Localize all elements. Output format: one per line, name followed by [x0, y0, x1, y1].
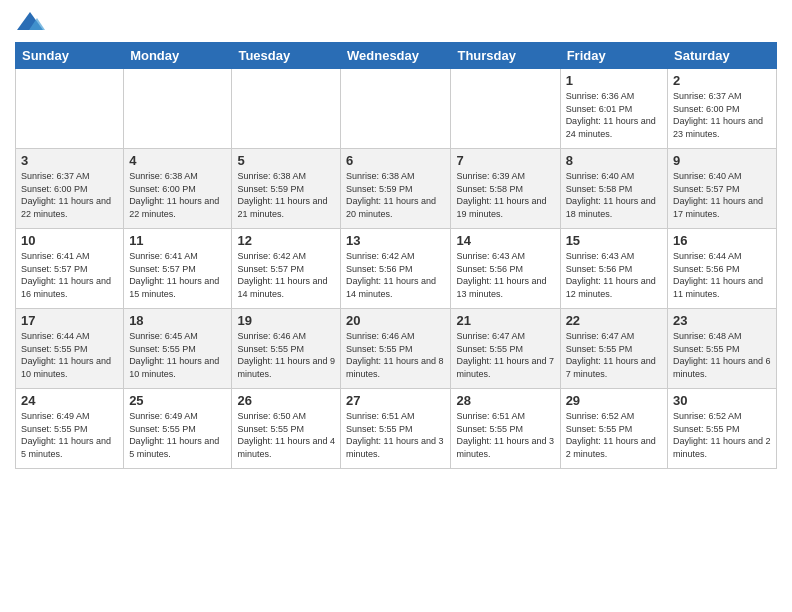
day-info: Sunrise: 6:52 AM Sunset: 5:55 PM Dayligh… — [566, 410, 662, 460]
calendar-cell: 24Sunrise: 6:49 AM Sunset: 5:55 PM Dayli… — [16, 389, 124, 469]
day-number: 20 — [346, 313, 445, 328]
day-number: 14 — [456, 233, 554, 248]
calendar-cell — [341, 69, 451, 149]
day-info: Sunrise: 6:38 AM Sunset: 5:59 PM Dayligh… — [237, 170, 335, 220]
day-info: Sunrise: 6:41 AM Sunset: 5:57 PM Dayligh… — [129, 250, 226, 300]
calendar-cell: 10Sunrise: 6:41 AM Sunset: 5:57 PM Dayli… — [16, 229, 124, 309]
calendar-cell: 21Sunrise: 6:47 AM Sunset: 5:55 PM Dayli… — [451, 309, 560, 389]
calendar-header-row: SundayMondayTuesdayWednesdayThursdayFrid… — [16, 43, 777, 69]
calendar-cell: 25Sunrise: 6:49 AM Sunset: 5:55 PM Dayli… — [124, 389, 232, 469]
day-info: Sunrise: 6:36 AM Sunset: 6:01 PM Dayligh… — [566, 90, 662, 140]
day-number: 10 — [21, 233, 118, 248]
day-info: Sunrise: 6:48 AM Sunset: 5:55 PM Dayligh… — [673, 330, 771, 380]
day-number: 16 — [673, 233, 771, 248]
calendar-cell: 28Sunrise: 6:51 AM Sunset: 5:55 PM Dayli… — [451, 389, 560, 469]
calendar-week-row: 24Sunrise: 6:49 AM Sunset: 5:55 PM Dayli… — [16, 389, 777, 469]
day-number: 26 — [237, 393, 335, 408]
calendar-cell: 2Sunrise: 6:37 AM Sunset: 6:00 PM Daylig… — [668, 69, 777, 149]
day-info: Sunrise: 6:38 AM Sunset: 6:00 PM Dayligh… — [129, 170, 226, 220]
calendar-cell: 7Sunrise: 6:39 AM Sunset: 5:58 PM Daylig… — [451, 149, 560, 229]
calendar-cell: 16Sunrise: 6:44 AM Sunset: 5:56 PM Dayli… — [668, 229, 777, 309]
day-info: Sunrise: 6:50 AM Sunset: 5:55 PM Dayligh… — [237, 410, 335, 460]
calendar-cell: 26Sunrise: 6:50 AM Sunset: 5:55 PM Dayli… — [232, 389, 341, 469]
day-number: 19 — [237, 313, 335, 328]
day-info: Sunrise: 6:39 AM Sunset: 5:58 PM Dayligh… — [456, 170, 554, 220]
calendar-cell — [16, 69, 124, 149]
calendar-cell: 13Sunrise: 6:42 AM Sunset: 5:56 PM Dayli… — [341, 229, 451, 309]
calendar-cell: 9Sunrise: 6:40 AM Sunset: 5:57 PM Daylig… — [668, 149, 777, 229]
day-info: Sunrise: 6:37 AM Sunset: 6:00 PM Dayligh… — [21, 170, 118, 220]
calendar-cell: 12Sunrise: 6:42 AM Sunset: 5:57 PM Dayli… — [232, 229, 341, 309]
day-number: 7 — [456, 153, 554, 168]
day-info: Sunrise: 6:47 AM Sunset: 5:55 PM Dayligh… — [456, 330, 554, 380]
day-number: 28 — [456, 393, 554, 408]
day-info: Sunrise: 6:49 AM Sunset: 5:55 PM Dayligh… — [21, 410, 118, 460]
calendar-cell: 29Sunrise: 6:52 AM Sunset: 5:55 PM Dayli… — [560, 389, 667, 469]
calendar-cell: 18Sunrise: 6:45 AM Sunset: 5:55 PM Dayli… — [124, 309, 232, 389]
day-number: 15 — [566, 233, 662, 248]
day-number: 29 — [566, 393, 662, 408]
day-number: 4 — [129, 153, 226, 168]
calendar-cell: 5Sunrise: 6:38 AM Sunset: 5:59 PM Daylig… — [232, 149, 341, 229]
day-number: 6 — [346, 153, 445, 168]
day-number: 17 — [21, 313, 118, 328]
day-of-week-header: Monday — [124, 43, 232, 69]
day-number: 18 — [129, 313, 226, 328]
day-number: 8 — [566, 153, 662, 168]
calendar-cell: 27Sunrise: 6:51 AM Sunset: 5:55 PM Dayli… — [341, 389, 451, 469]
day-info: Sunrise: 6:49 AM Sunset: 5:55 PM Dayligh… — [129, 410, 226, 460]
day-number: 3 — [21, 153, 118, 168]
day-of-week-header: Thursday — [451, 43, 560, 69]
day-info: Sunrise: 6:40 AM Sunset: 5:58 PM Dayligh… — [566, 170, 662, 220]
calendar-cell: 3Sunrise: 6:37 AM Sunset: 6:00 PM Daylig… — [16, 149, 124, 229]
calendar-cell: 4Sunrise: 6:38 AM Sunset: 6:00 PM Daylig… — [124, 149, 232, 229]
calendar-cell: 30Sunrise: 6:52 AM Sunset: 5:55 PM Dayli… — [668, 389, 777, 469]
day-number: 22 — [566, 313, 662, 328]
day-number: 21 — [456, 313, 554, 328]
day-info: Sunrise: 6:46 AM Sunset: 5:55 PM Dayligh… — [346, 330, 445, 380]
calendar-cell — [232, 69, 341, 149]
day-number: 5 — [237, 153, 335, 168]
day-of-week-header: Friday — [560, 43, 667, 69]
day-info: Sunrise: 6:45 AM Sunset: 5:55 PM Dayligh… — [129, 330, 226, 380]
calendar-cell: 15Sunrise: 6:43 AM Sunset: 5:56 PM Dayli… — [560, 229, 667, 309]
logo — [15, 10, 49, 34]
day-info: Sunrise: 6:44 AM Sunset: 5:55 PM Dayligh… — [21, 330, 118, 380]
calendar-cell: 8Sunrise: 6:40 AM Sunset: 5:58 PM Daylig… — [560, 149, 667, 229]
day-number: 24 — [21, 393, 118, 408]
calendar-week-row: 10Sunrise: 6:41 AM Sunset: 5:57 PM Dayli… — [16, 229, 777, 309]
day-info: Sunrise: 6:46 AM Sunset: 5:55 PM Dayligh… — [237, 330, 335, 380]
calendar-cell — [451, 69, 560, 149]
day-of-week-header: Sunday — [16, 43, 124, 69]
day-number: 13 — [346, 233, 445, 248]
day-info: Sunrise: 6:47 AM Sunset: 5:55 PM Dayligh… — [566, 330, 662, 380]
calendar-week-row: 17Sunrise: 6:44 AM Sunset: 5:55 PM Dayli… — [16, 309, 777, 389]
page-header — [15, 10, 777, 34]
calendar-week-row: 3Sunrise: 6:37 AM Sunset: 6:00 PM Daylig… — [16, 149, 777, 229]
day-info: Sunrise: 6:42 AM Sunset: 5:57 PM Dayligh… — [237, 250, 335, 300]
calendar-cell: 23Sunrise: 6:48 AM Sunset: 5:55 PM Dayli… — [668, 309, 777, 389]
calendar-cell: 11Sunrise: 6:41 AM Sunset: 5:57 PM Dayli… — [124, 229, 232, 309]
day-of-week-header: Tuesday — [232, 43, 341, 69]
calendar-cell — [124, 69, 232, 149]
day-info: Sunrise: 6:37 AM Sunset: 6:00 PM Dayligh… — [673, 90, 771, 140]
calendar-cell: 1Sunrise: 6:36 AM Sunset: 6:01 PM Daylig… — [560, 69, 667, 149]
logo-icon — [15, 10, 45, 34]
day-number: 9 — [673, 153, 771, 168]
day-info: Sunrise: 6:51 AM Sunset: 5:55 PM Dayligh… — [456, 410, 554, 460]
day-number: 11 — [129, 233, 226, 248]
day-info: Sunrise: 6:38 AM Sunset: 5:59 PM Dayligh… — [346, 170, 445, 220]
calendar-cell: 19Sunrise: 6:46 AM Sunset: 5:55 PM Dayli… — [232, 309, 341, 389]
day-of-week-header: Saturday — [668, 43, 777, 69]
day-info: Sunrise: 6:44 AM Sunset: 5:56 PM Dayligh… — [673, 250, 771, 300]
calendar-week-row: 1Sunrise: 6:36 AM Sunset: 6:01 PM Daylig… — [16, 69, 777, 149]
day-info: Sunrise: 6:43 AM Sunset: 5:56 PM Dayligh… — [456, 250, 554, 300]
calendar-cell: 20Sunrise: 6:46 AM Sunset: 5:55 PM Dayli… — [341, 309, 451, 389]
day-number: 30 — [673, 393, 771, 408]
day-info: Sunrise: 6:52 AM Sunset: 5:55 PM Dayligh… — [673, 410, 771, 460]
day-number: 12 — [237, 233, 335, 248]
day-number: 25 — [129, 393, 226, 408]
calendar-cell: 14Sunrise: 6:43 AM Sunset: 5:56 PM Dayli… — [451, 229, 560, 309]
day-number: 2 — [673, 73, 771, 88]
calendar-cell: 22Sunrise: 6:47 AM Sunset: 5:55 PM Dayli… — [560, 309, 667, 389]
